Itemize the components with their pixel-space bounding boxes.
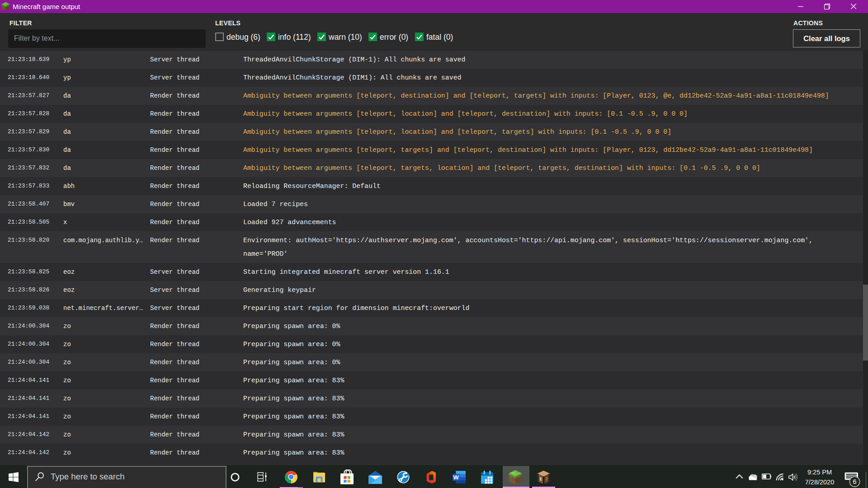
svg-text:6: 6 xyxy=(853,478,856,485)
svg-text:W: W xyxy=(453,474,459,481)
